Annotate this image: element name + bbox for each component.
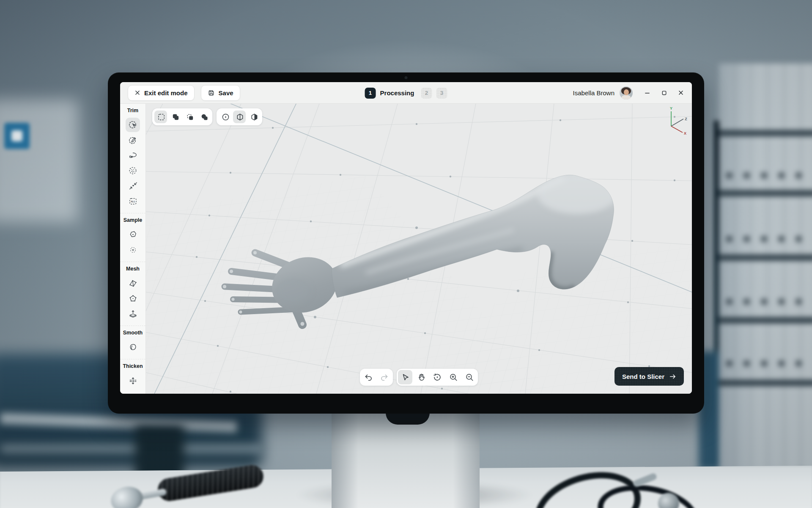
step-indicator: 1 Processing 2 3: [365, 82, 447, 104]
zoom-out-icon: [465, 373, 474, 382]
bottom-toolbars: [360, 369, 478, 386]
tool-brush-select[interactable]: [126, 133, 140, 147]
x-icon: [134, 90, 140, 96]
viewport-canvas: [146, 104, 692, 394]
undo-icon: [364, 373, 373, 382]
monitor-stand: [332, 411, 480, 508]
step-3-chip[interactable]: 3: [436, 88, 447, 99]
tool-mesh-wireframe[interactable]: [126, 276, 140, 290]
section-thicken: Thicken: [120, 359, 145, 392]
svg-text:ALL: ALL: [131, 200, 136, 202]
close-button[interactable]: [678, 89, 684, 96]
intersect-button[interactable]: [198, 110, 210, 123]
subtract-icon: [186, 113, 195, 121]
arrow-right-icon: [669, 373, 676, 380]
user-account[interactable]: Isabella Brown: [573, 86, 633, 99]
exit-edit-mode-button[interactable]: Exit edit mode: [128, 85, 195, 101]
axis-gizmo[interactable]: Y Z X: [664, 106, 688, 135]
section-sample: Sample: [120, 213, 145, 262]
section-label: Smooth: [123, 330, 143, 336]
axis-x-label: X: [684, 131, 686, 135]
section-smooth: Smooth: [120, 326, 145, 359]
exit-edit-mode-label: Exit edit mode: [144, 89, 188, 97]
send-to-slicer-button[interactable]: Send to Slicer: [614, 367, 684, 386]
sample-region-icon: [128, 230, 138, 240]
scatter-select-icon: [128, 166, 138, 176]
pan-hand-button[interactable]: [414, 370, 428, 384]
tool-scatter-select[interactable]: [126, 163, 140, 178]
marquee-select-icon: [157, 113, 166, 121]
solid-mode-icon: [250, 113, 259, 121]
tool-smooth-sculpt[interactable]: [126, 340, 140, 354]
background-side-table-shelf: [0, 444, 262, 453]
subtract-button[interactable]: [183, 110, 196, 123]
maximize-button[interactable]: [661, 89, 667, 96]
app-main: Trim: [120, 104, 692, 394]
tool-sample-points[interactable]: [126, 243, 140, 257]
select-cursor-icon: [401, 373, 410, 382]
solid-mode-button[interactable]: [247, 110, 260, 123]
zoom-in-icon: [449, 373, 458, 382]
tool-select-all[interactable]: ALL: [126, 194, 140, 208]
redo-button[interactable]: [377, 370, 392, 384]
shrink-selection-icon: [128, 181, 138, 191]
intersect-icon: [200, 113, 209, 121]
vertex-mode-icon: [221, 113, 230, 121]
step-2-chip[interactable]: 2: [421, 88, 432, 99]
mesh-wireframe-icon: [128, 279, 138, 288]
step-1-chip[interactable]: 1: [365, 88, 376, 99]
monitor-bezel: Exit edit mode Save 1 Processing 2 3: [108, 72, 704, 414]
mesh-vertices-icon: [128, 294, 138, 304]
undo-button[interactable]: [361, 370, 376, 384]
minimize-icon: [645, 90, 650, 96]
zoom-out-button[interactable]: [462, 370, 477, 384]
tool-mesh-extrude[interactable]: [126, 306, 140, 321]
tool-lasso-select[interactable]: [126, 148, 140, 163]
app-window: Exit edit mode Save 1 Processing 2 3: [120, 82, 692, 394]
redo-icon: [380, 373, 389, 382]
section-mesh: Mesh: [120, 262, 145, 326]
thicken-offset-icon: [128, 376, 138, 386]
send-to-slicer-label: Send to Slicer: [622, 373, 664, 380]
union-button[interactable]: [169, 110, 181, 123]
minimize-button[interactable]: [644, 89, 650, 96]
axis-y-label: Y: [670, 106, 672, 110]
tool-shrink-selection[interactable]: [126, 179, 140, 193]
tool-mesh-vertices[interactable]: [126, 291, 140, 306]
zoom-in-button[interactable]: [446, 370, 461, 384]
background-logo-sign: [4, 123, 30, 149]
union-icon: [171, 113, 180, 121]
marquee-select-button[interactable]: [154, 110, 167, 123]
select-cursor-button[interactable]: [398, 370, 412, 384]
orbit-button[interactable]: [430, 370, 444, 384]
tool-sidebar: Trim: [120, 104, 146, 394]
brush-select-icon: [128, 135, 138, 145]
viewport-3d[interactable]: Y Z X: [146, 104, 692, 394]
mesh-extrude-icon: [128, 309, 138, 319]
floppy-save-icon: [208, 89, 215, 97]
section-trim: Trim: [120, 104, 145, 213]
select-all-icon: ALL: [128, 196, 138, 206]
save-button[interactable]: Save: [201, 85, 240, 101]
palm-shadow: [275, 278, 311, 304]
vertex-mode-button[interactable]: [219, 110, 231, 123]
tool-sample-region[interactable]: [126, 227, 140, 242]
user-name: Isabella Brown: [573, 89, 614, 97]
maximize-icon: [661, 90, 667, 96]
wireframe-mode-button[interactable]: [233, 110, 246, 123]
section-label: Mesh: [126, 266, 140, 272]
section-label: Trim: [127, 108, 138, 113]
avatar[interactable]: [620, 86, 633, 99]
binder-shelf: [719, 64, 812, 508]
stand-cable-notch: [386, 413, 430, 425]
sample-points-icon: [128, 245, 138, 255]
smooth-sculpt-icon: [128, 342, 138, 352]
selection-toolbar: [152, 108, 212, 125]
axis-z-label: Z: [685, 117, 687, 121]
cursor-select-icon: [128, 120, 138, 130]
section-label: Thicken: [123, 363, 143, 369]
display-mode-toolbar: [217, 108, 262, 125]
window-controls: [644, 89, 684, 96]
tool-thicken-offset[interactable]: [126, 373, 140, 388]
tool-cursor-select[interactable]: [126, 118, 140, 132]
